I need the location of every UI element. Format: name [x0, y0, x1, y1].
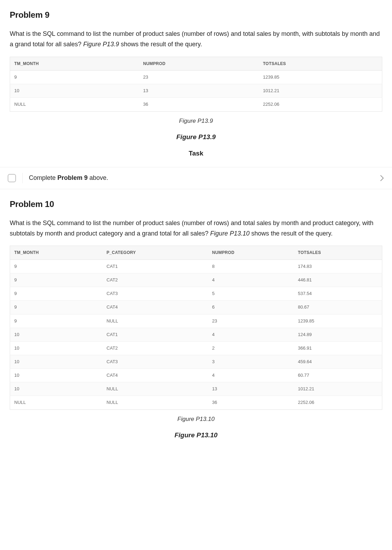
table-cell: 2	[208, 341, 294, 355]
problem-9-caption-1: Figure P13.9	[10, 117, 382, 126]
table-cell: 366.91	[294, 341, 382, 355]
table-cell: 60.77	[294, 369, 382, 382]
table-cell: CAT3	[102, 287, 208, 301]
table-cell: CAT1	[102, 328, 208, 341]
table-cell: CAT1	[102, 260, 208, 273]
table-cell: NULL	[102, 396, 208, 409]
table-row: 10131012.21	[10, 84, 382, 98]
problem-10-caption-2: Figure P13.10	[10, 430, 382, 440]
table-cell: 13	[208, 382, 294, 396]
table-cell: 80.67	[294, 301, 382, 314]
table-cell: 1012.21	[259, 84, 382, 98]
problem-10-table: TM_MONTH P_CATEGORY NUMPROD TOTSALES 9CA…	[10, 246, 382, 409]
table-cell: 9	[10, 314, 103, 328]
problem-10-table-body: 9CAT18174.839CAT24446.819CAT35537.549CAT…	[10, 260, 382, 409]
problem-10-figref: Figure P13.10	[210, 230, 249, 237]
table-cell: 9	[10, 260, 103, 273]
table-cell: 10	[10, 341, 103, 355]
table-cell: CAT2	[102, 341, 208, 355]
problem-9-table-body: 9231239.8510131012.21NULL362252.06	[10, 71, 382, 111]
task-checkbox[interactable]	[8, 174, 16, 182]
table-cell: 124.89	[294, 328, 382, 341]
chevron-right-icon[interactable]	[379, 174, 384, 182]
table-cell: 23	[139, 71, 259, 84]
table-cell: NULL	[10, 98, 139, 111]
table-cell: 1012.21	[294, 382, 382, 396]
table-row: 10CAT22366.91	[10, 341, 382, 355]
problem-10-text-post: shows the result of the query.	[249, 230, 333, 237]
table-header-row: TM_MONTH P_CATEGORY NUMPROD TOTSALES	[10, 246, 382, 260]
table-row: 9NULL231239.85	[10, 314, 382, 328]
table-cell: 4	[208, 273, 294, 287]
col-p-category: P_CATEGORY	[102, 246, 208, 260]
table-cell: 174.83	[294, 260, 382, 273]
table-cell: 2252.06	[294, 396, 382, 409]
task-label: Complete Problem 9 above.	[29, 173, 373, 183]
problem-9-figref: Figure P13.9	[83, 41, 119, 48]
table-row: 9CAT35537.54	[10, 287, 382, 301]
table-row: 10CAT33459.64	[10, 355, 382, 368]
table-row: 9231239.85	[10, 71, 382, 84]
table-cell: 3	[208, 355, 294, 368]
table-cell: 1239.85	[259, 71, 382, 84]
table-row: 9CAT18174.83	[10, 260, 382, 273]
col-numprod: NUMPROD	[139, 57, 259, 71]
table-row: 10CAT14124.89	[10, 328, 382, 341]
col-totsales: TOTSALES	[259, 57, 382, 71]
table-cell: 10	[10, 369, 103, 382]
table-cell: CAT3	[102, 355, 208, 368]
table-cell: 2252.06	[259, 98, 382, 111]
table-cell: NULL	[10, 396, 103, 409]
table-cell: 446.81	[294, 273, 382, 287]
table-cell: 6	[208, 301, 294, 314]
table-cell: 36	[208, 396, 294, 409]
problem-9-text: What is the SQL command to list the numb…	[10, 29, 382, 49]
table-row: 10CAT4460.77	[10, 369, 382, 382]
table-cell: 459.64	[294, 355, 382, 368]
col-tm-month: TM_MONTH	[10, 246, 103, 260]
table-header-row: TM_MONTH NUMPROD TOTSALES	[10, 57, 382, 71]
table-cell: 8	[208, 260, 294, 273]
table-cell: 9	[10, 287, 103, 301]
table-cell: 10	[10, 355, 103, 368]
table-cell: 9	[10, 273, 103, 287]
table-row: NULL362252.06	[10, 98, 382, 111]
problem-9-title: Problem 9	[10, 8, 382, 21]
table-cell: 10	[10, 84, 139, 98]
problem-10-title: Problem 10	[10, 198, 382, 210]
table-cell: 23	[208, 314, 294, 328]
table-cell: CAT4	[102, 301, 208, 314]
table-row: 9CAT24446.81	[10, 273, 382, 287]
task-label-post: above.	[88, 174, 108, 181]
task-label-bold: Problem 9	[57, 174, 88, 181]
col-numprod: NUMPROD	[208, 246, 294, 260]
task-row[interactable]: Complete Problem 9 above.	[0, 167, 392, 189]
table-cell: 36	[139, 98, 259, 111]
task-heading: Task	[10, 148, 382, 158]
table-cell: 4	[208, 369, 294, 382]
table-cell: 9	[10, 301, 103, 314]
table-row: NULLNULL362252.06	[10, 396, 382, 409]
table-cell: 1239.85	[294, 314, 382, 328]
col-tm-month: TM_MONTH	[10, 57, 139, 71]
problem-10-text: What is the SQL command to list the numb…	[10, 218, 382, 239]
table-cell: CAT2	[102, 273, 208, 287]
table-row: 10NULL131012.21	[10, 382, 382, 396]
problem-9-caption-2: Figure P13.9	[10, 132, 382, 142]
table-cell: NULL	[102, 382, 208, 396]
problem-10-caption-1: Figure P13.10	[10, 415, 382, 424]
col-totsales: TOTSALES	[294, 246, 382, 260]
table-cell: 5	[208, 287, 294, 301]
problem-10-section: Problem 10 What is the SQL command to li…	[0, 189, 392, 451]
table-cell: 10	[10, 382, 103, 396]
table-cell: 9	[10, 71, 139, 84]
task-label-pre: Complete	[29, 174, 57, 181]
problem-9-table: TM_MONTH NUMPROD TOTSALES 9231239.851013…	[10, 57, 382, 112]
problem-9-text-post: shows the result of the query.	[119, 41, 202, 48]
table-cell: 537.54	[294, 287, 382, 301]
table-cell: NULL	[102, 314, 208, 328]
table-row: 9CAT4680.67	[10, 301, 382, 314]
table-cell: 4	[208, 328, 294, 341]
table-cell: 13	[139, 84, 259, 98]
table-cell: 10	[10, 328, 103, 341]
